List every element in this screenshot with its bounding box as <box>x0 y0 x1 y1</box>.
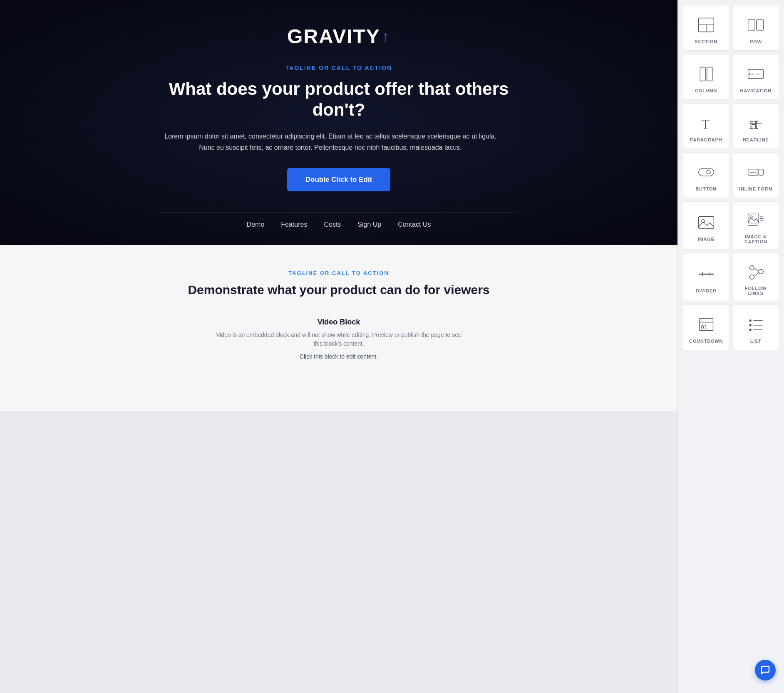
svg-rect-4 <box>757 20 764 30</box>
brand-text: GRAVITY <box>287 25 380 48</box>
widget-paragraph-label: PARAGRAPH <box>690 137 722 142</box>
countdown-icon: 01 <box>696 314 716 334</box>
svg-rect-3 <box>748 20 755 30</box>
svg-rect-5 <box>700 67 705 81</box>
widget-button[interactable]: BUTTON <box>683 152 729 198</box>
hero-body: Lorem ipsum dolor sit amet, consectetur … <box>160 131 501 153</box>
button-icon <box>696 162 716 182</box>
widget-headline[interactable]: H HEADLINE <box>733 103 779 149</box>
svg-point-41 <box>749 329 752 331</box>
svg-rect-18 <box>759 169 764 176</box>
widget-inline-form[interactable]: INLINE FORM <box>733 152 779 198</box>
video-block-desc: Video is an embedded block and will not … <box>214 331 464 348</box>
widget-image[interactable]: IMAGE <box>683 201 729 250</box>
image-caption-icon <box>746 210 766 230</box>
hero-headline: What does your product offer that others… <box>160 79 518 121</box>
content-section: TAGLINE OR CALL TO ACTION Demonstrate wh… <box>0 245 677 411</box>
svg-point-40 <box>749 324 752 327</box>
svg-point-32 <box>759 270 764 274</box>
fab-button[interactable] <box>755 660 776 681</box>
section-icon <box>696 15 716 35</box>
svg-line-35 <box>754 272 759 276</box>
widget-countdown[interactable]: 01 COUNTDOWN <box>683 304 729 350</box>
svg-rect-22 <box>748 214 759 223</box>
video-block-title: Video Block <box>214 318 464 327</box>
widget-image-label: IMAGE <box>698 237 715 242</box>
widget-navigation-label: NAVIGATION <box>740 88 772 93</box>
video-block[interactable]: Video Block Video is an embedded block a… <box>214 318 464 360</box>
svg-line-34 <box>754 269 759 271</box>
widget-row[interactable]: ROW <box>733 5 779 51</box>
svg-text:T: T <box>702 117 710 131</box>
widget-button-label: BUTTON <box>696 186 717 191</box>
widget-countdown-label: COUNTDOWN <box>689 339 723 344</box>
content-tagline: TAGLINE OR CALL TO ACTION <box>17 270 661 276</box>
widget-follow-links[interactable]: FOLLOW LINKS <box>733 253 779 301</box>
svg-point-31 <box>750 265 754 270</box>
list-icon <box>746 314 766 334</box>
divider-icon <box>696 264 716 284</box>
svg-rect-20 <box>698 216 714 228</box>
inline-form-icon <box>746 162 766 182</box>
widget-navigation[interactable]: NAVIGATION <box>733 54 779 100</box>
follow-links-icon <box>746 262 766 282</box>
widget-image-caption[interactable]: IMAGE & CAPTION <box>733 201 779 250</box>
hero-section: GRAVITY ↑ TAGLINE OR CALL TO ACTION What… <box>0 0 677 245</box>
video-block-edit: Click this block to edit content. <box>214 353 464 360</box>
svg-text:H: H <box>750 118 758 131</box>
svg-point-33 <box>750 275 754 279</box>
hero-tagline: TAGLINE OR CALL TO ACTION <box>160 64 518 71</box>
svg-point-39 <box>749 319 752 322</box>
widget-image-caption-label: IMAGE & CAPTION <box>737 234 775 244</box>
paragraph-icon: T <box>696 113 716 133</box>
navigation-icon <box>746 64 766 84</box>
widget-column[interactable]: COLUMN <box>683 54 729 100</box>
chat-icon <box>760 665 770 675</box>
widget-paragraph[interactable]: T PARAGRAPH <box>683 103 729 149</box>
widget-row-label: ROW <box>750 39 762 44</box>
nav-item-contact[interactable]: Contact Us <box>398 221 431 228</box>
widget-divider[interactable]: DIVIDER <box>683 253 729 301</box>
brand-logo: GRAVITY ↑ <box>160 25 518 48</box>
widget-headline-label: HEADLINE <box>743 137 769 142</box>
svg-point-15 <box>707 170 710 174</box>
hero-nav: Demo Features Costs Sign Up Contact Us <box>160 212 518 233</box>
column-icon <box>696 64 716 84</box>
headline-icon: H <box>746 113 766 133</box>
widget-follow-links-label: FOLLOW LINKS <box>737 286 775 296</box>
svg-rect-6 <box>707 67 712 81</box>
widget-list-label: LIST <box>750 339 762 344</box>
widget-sidebar: SECTION ROW COLUMN NAVIGATION T PARAGRAP… <box>677 0 784 693</box>
nav-item-features[interactable]: Features <box>281 221 307 228</box>
image-icon <box>696 213 716 233</box>
widget-divider-label: DIVIDER <box>696 288 717 293</box>
nav-item-demo[interactable]: Demo <box>247 221 265 228</box>
hero-content: GRAVITY ↑ TAGLINE OR CALL TO ACTION What… <box>160 25 518 233</box>
widget-section-label: SECTION <box>695 39 718 44</box>
nav-item-signup[interactable]: Sign Up <box>357 221 381 228</box>
nav-item-costs[interactable]: Costs <box>324 221 341 228</box>
content-headline: Demonstrate what your product can do for… <box>17 283 661 297</box>
canvas-area[interactable]: GRAVITY ↑ TAGLINE OR CALL TO ACTION What… <box>0 0 677 693</box>
widget-column-label: COLUMN <box>695 88 717 93</box>
widget-section[interactable]: SECTION <box>683 5 729 51</box>
svg-text:01: 01 <box>701 324 707 330</box>
widget-list[interactable]: LIST <box>733 304 779 350</box>
widget-inline-form-label: INLINE FORM <box>739 186 772 191</box>
brand-arrow-icon: ↑ <box>382 28 390 45</box>
svg-point-10 <box>749 73 751 75</box>
row-icon <box>746 15 766 35</box>
svg-rect-14 <box>698 168 714 176</box>
hero-cta-button[interactable]: Double Click to Edit <box>287 168 391 191</box>
